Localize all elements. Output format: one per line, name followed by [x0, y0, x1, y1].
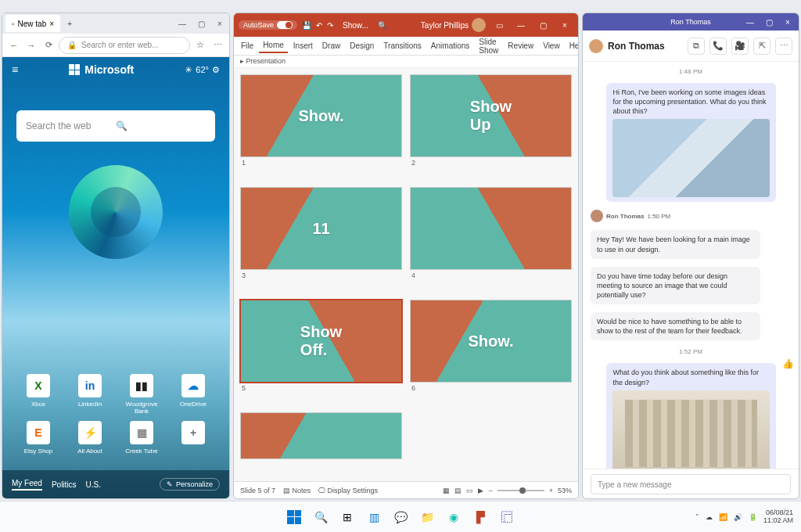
ribbon-tab-view[interactable]: View	[539, 39, 564, 52]
ribbon-tab-design[interactable]: Design	[346, 39, 378, 52]
autosave-toggle[interactable]: AutoSave	[239, 20, 297, 30]
nav-politics[interactable]: Politics	[52, 480, 77, 489]
slideshow-view-icon[interactable]: ▶	[478, 487, 483, 494]
slide-thumb[interactable]: Show.1	[240, 74, 402, 182]
explorer-button[interactable]: 📁	[418, 508, 436, 527]
edge-tab-newtab[interactable]: ▫ New tab ×	[5, 15, 60, 32]
close-button[interactable]: ×	[778, 18, 797, 27]
menu-button[interactable]: ⋯	[210, 40, 224, 50]
search-icon[interactable]: 🔍	[378, 21, 387, 30]
start-button[interactable]	[285, 508, 304, 527]
normal-view-icon[interactable]: ▦	[443, 487, 450, 494]
ribbon-tab-insert[interactable]: Insert	[289, 39, 317, 52]
volume-icon[interactable]: 🔊	[734, 513, 742, 521]
maximize-button[interactable]: ▢	[760, 18, 778, 27]
slide-thumb[interactable]: Show.6	[410, 300, 572, 408]
onedrive-icon[interactable]: ☁	[706, 513, 713, 521]
slide-thumb[interactable]: Show Off.5	[240, 300, 402, 408]
minimize-button[interactable]: —	[173, 20, 192, 28]
quick-link[interactable]: inLinkedIn	[66, 374, 113, 415]
quick-link[interactable]: ⚡All About	[66, 421, 113, 455]
teams-button[interactable]: ⿸	[497, 508, 516, 527]
received-message[interactable]: Hey Tay! We have been looking for a main…	[591, 230, 760, 258]
ribbon-tab-transitions[interactable]: Transitions	[379, 39, 426, 52]
presentation-name: ▸ Presentation	[234, 56, 578, 68]
image-attachment[interactable]	[612, 390, 770, 469]
received-message[interactable]: Would be nice to have something to be ab…	[591, 312, 760, 340]
display-settings-button[interactable]: 🖵 Display Settings	[318, 487, 378, 494]
ribbon-tab-animations[interactable]: Animations	[427, 39, 473, 52]
slide-thumb[interactable]: 4	[410, 187, 572, 295]
quick-link[interactable]: ☁OneDrive	[170, 374, 217, 415]
widgets-button[interactable]: ▥	[365, 508, 383, 527]
tray-chevron-icon[interactable]: ˄	[695, 513, 699, 521]
ribbon-tab-help[interactable]: Help	[566, 39, 579, 52]
edge-button[interactable]: ◉	[444, 508, 463, 527]
back-button[interactable]: ←	[7, 41, 21, 50]
chat-button[interactable]: 💬	[391, 508, 410, 527]
close-button[interactable]: ×	[210, 20, 229, 28]
slide-thumb[interactable]	[240, 412, 402, 475]
share-button[interactable]: ⇱	[753, 38, 770, 55]
ribbon-tab-file[interactable]: File	[237, 39, 257, 52]
more-button[interactable]: ⋯	[775, 38, 792, 55]
slide-thumb[interactable]: 113	[240, 187, 402, 295]
quick-link[interactable]: +	[170, 421, 217, 455]
save-icon[interactable]: 💾	[302, 21, 311, 30]
address-bar[interactable]: 🔒 Search or enter web...	[59, 37, 190, 54]
image-attachment[interactable]	[612, 119, 770, 197]
personalize-button[interactable]: ✎ Personalize	[160, 478, 220, 491]
ribbon-tab-draw[interactable]: Draw	[318, 39, 344, 52]
quick-link[interactable]: EEtsy Shop	[15, 421, 62, 455]
quick-link[interactable]: ▮▮Woodgrove Bank	[118, 374, 165, 415]
received-message[interactable]: Do you have time today before our design…	[591, 267, 760, 304]
ribbon-tab-review[interactable]: Review	[504, 39, 537, 52]
minimize-button[interactable]: —	[741, 18, 760, 27]
search-button[interactable]: 🔍	[311, 508, 330, 527]
zoom-out-button[interactable]: −	[488, 487, 492, 494]
nav-myfeed[interactable]: My Feed	[12, 479, 42, 491]
sent-message[interactable]: What do you think about something like t…	[606, 363, 776, 469]
wifi-icon[interactable]: 📶	[719, 513, 727, 521]
maximize-button[interactable]: ▢	[192, 20, 210, 28]
maximize-button[interactable]: ▢	[534, 21, 551, 30]
nav-us[interactable]: U.S.	[86, 480, 101, 489]
call-button[interactable]: 📞	[709, 38, 727, 55]
undo-icon[interactable]: ↶	[316, 21, 322, 30]
reaction-badge[interactable]: 👍	[782, 358, 794, 369]
reading-view-icon[interactable]: ▭	[466, 487, 473, 494]
quick-link[interactable]: ▦Creek Tube	[118, 421, 165, 455]
ntp-search-box[interactable]: Search the web 🔍	[16, 110, 215, 142]
gear-icon[interactable]: ⚙	[212, 65, 220, 75]
ribbon-tab-home[interactable]: Home	[259, 38, 288, 53]
ribbon-options-icon[interactable]: ▭	[490, 21, 508, 30]
forward-button[interactable]: →	[24, 41, 38, 50]
powerpoint-button[interactable]: ▛	[471, 508, 490, 527]
notes-button[interactable]: ▤ Notes	[283, 487, 311, 494]
ribbon-tab-slideshow[interactable]: Slide Show	[475, 35, 502, 57]
video-button[interactable]: 🎥	[731, 38, 749, 55]
hamburger-icon[interactable]: ≡	[12, 63, 18, 76]
message-input[interactable]: Type a new message	[591, 474, 791, 494]
new-tab-button[interactable]: +	[60, 20, 79, 28]
zoom-in-button[interactable]: +	[549, 487, 553, 494]
search-icon[interactable]: 🔍	[116, 120, 206, 131]
task-view-button[interactable]: ⊞	[338, 508, 357, 527]
account-control[interactable]: Taylor Phillips	[421, 18, 486, 32]
redo-icon[interactable]: ↷	[327, 21, 333, 30]
close-icon[interactable]: ×	[49, 20, 54, 28]
slide-thumb[interactable]: Show Up2	[410, 74, 572, 182]
favorite-button[interactable]: ☆	[193, 40, 207, 50]
message-thread[interactable]: 1:48 PMHi Ron, I've been working on some…	[583, 62, 799, 469]
clock[interactable]: 06/08/21 11:02 AM	[763, 509, 793, 525]
zoom-slider[interactable]	[497, 490, 544, 491]
close-button[interactable]: ×	[556, 21, 573, 30]
sent-message[interactable]: Hi Ron, I've been working on some images…	[606, 83, 776, 202]
sorter-view-icon[interactable]: ▤	[454, 487, 462, 494]
minimize-button[interactable]: —	[512, 21, 530, 30]
weather-widget[interactable]: ☀ 62° ⚙	[185, 65, 220, 75]
quick-link[interactable]: XXbox	[15, 374, 62, 415]
popout-button[interactable]: ⧉	[688, 38, 705, 55]
refresh-button[interactable]: ⟳	[41, 40, 56, 50]
battery-icon[interactable]: 🔋	[749, 513, 757, 521]
